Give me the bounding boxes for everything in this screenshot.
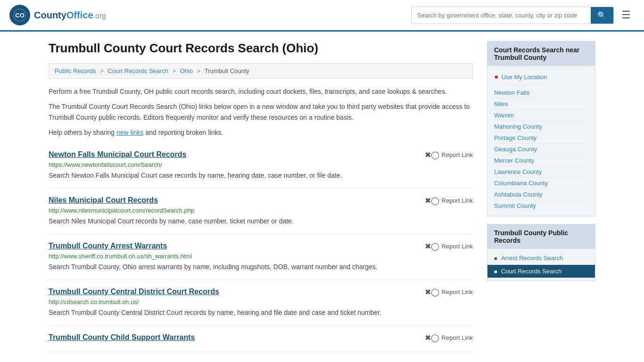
logo-area: CO CountyOffice.org	[9, 5, 106, 25]
public-records-section: Trumbull County Public Records ■ Arrest …	[487, 224, 595, 281]
sidebar-public-records-link[interactable]: ■ Arrest Records Search	[487, 252, 595, 265]
breadcrumb-current: Trumbull County	[205, 67, 249, 74]
record-title[interactable]: Newton Falls Municipal Court Records	[49, 150, 186, 159]
record-url[interactable]: http://www.sheriff.co.trumbull.oh.us/sh_…	[49, 253, 473, 260]
record-header: Newton Falls Municipal Court Records ✖◯ …	[49, 150, 473, 159]
nearby-section: Court Records Search near Trumbull Count…	[487, 41, 595, 216]
record-header: Trumbull County Central District Court R…	[49, 288, 473, 296]
record-title[interactable]: Trumbull County Arrest Warrants	[49, 242, 167, 250]
record-title[interactable]: Trumbull County Central District Court R…	[49, 288, 219, 296]
nearby-title: Court Records Search near Trumbull Count…	[487, 41, 595, 66]
public-records-title: Trumbull County Public Records	[487, 224, 595, 249]
record-url[interactable]: http://cdsearch.co.trumbull.oh.us/	[49, 298, 473, 305]
menu-button[interactable]: ☰	[618, 7, 635, 23]
record-header: Niles Municipal Court Records ✖◯ Report …	[49, 196, 473, 205]
use-location-label: Use My Location	[502, 74, 547, 81]
sidebar: Court Records Search near Trumbull Count…	[487, 41, 595, 352]
breadcrumb-sep-2: >	[173, 67, 176, 74]
record-desc: Search Trumbull County Central District …	[49, 308, 473, 318]
public-records-links: ■ Arrest Records Search■ Court Records S…	[487, 252, 595, 278]
description-3: Help others by sharing new links and rep…	[49, 127, 473, 138]
sidebar-nearby-link[interactable]: Warren	[494, 110, 588, 121]
main-container: Trumbull County Court Records Search (Oh…	[39, 32, 605, 362]
sidebar-nearby-link[interactable]: Mercer County	[494, 155, 588, 166]
sidebar-nearby-link[interactable]: Columbiana County	[494, 178, 588, 189]
sidebar-nearby-link[interactable]: Lawrence County	[494, 166, 588, 178]
report-icon: ✖◯	[425, 196, 439, 205]
record-url[interactable]: http://www.nilesmunicipalcourt.com/recor…	[49, 207, 473, 214]
record-desc: Search Niles Municipal Court records by …	[49, 216, 473, 226]
public-records-body: ■ Arrest Records Search■ Court Records S…	[487, 249, 595, 280]
sidebar-nearby-link[interactable]: Summit County	[494, 200, 588, 211]
record-item: Trumbull County Child Support Warrants ✖…	[49, 326, 473, 352]
header: CO CountyOffice.org 🔍 ☰	[0, 0, 644, 32]
report-link[interactable]: ✖◯ Report Link	[425, 242, 473, 251]
breadcrumb-sep-1: >	[100, 67, 104, 74]
link-icon: ■	[494, 269, 497, 274]
link-icon: ■	[494, 255, 497, 261]
breadcrumb-court-records[interactable]: Court Records Search	[107, 67, 168, 74]
location-icon: ●	[494, 73, 499, 81]
search-input[interactable]	[412, 7, 591, 24]
record-url[interactable]: https://www.newtonfallscourt.com/Search/	[49, 161, 473, 168]
sidebar-public-records-link[interactable]: ■ Court Records Search	[487, 265, 595, 278]
records-list: Newton Falls Municipal Court Records ✖◯ …	[49, 143, 473, 352]
use-location[interactable]: ● Use My Location	[494, 71, 588, 85]
nearby-body: ● Use My Location Newton FallsNilesWarre…	[487, 66, 595, 216]
nearby-links: Newton FallsNilesWarrenMahoning CountyPo…	[494, 87, 588, 211]
content-area: Trumbull County Court Records Search (Oh…	[49, 41, 473, 352]
report-link[interactable]: ✖◯ Report Link	[425, 150, 473, 159]
record-header: Trumbull County Child Support Warrants ✖…	[49, 333, 473, 342]
report-icon: ✖◯	[425, 333, 439, 342]
description-3-pre: Help others by sharing	[49, 129, 116, 136]
page-title: Trumbull County Court Records Search (Oh…	[49, 41, 473, 56]
report-icon: ✖◯	[425, 150, 439, 159]
breadcrumb: Public Records > Court Records Search > …	[49, 63, 473, 79]
report-link[interactable]: ✖◯ Report Link	[425, 333, 473, 342]
svg-text:CO: CO	[15, 12, 25, 19]
description-1: Perform a free Trumbull County, OH publi…	[49, 86, 473, 97]
report-link[interactable]: ✖◯ Report Link	[425, 288, 473, 296]
description-2: The Trumbull County Court Records Search…	[49, 101, 473, 123]
record-item: Niles Municipal Court Records ✖◯ Report …	[49, 189, 473, 234]
record-item: Trumbull County Central District Court R…	[49, 280, 473, 326]
breadcrumb-public-records[interactable]: Public Records	[55, 67, 96, 74]
sidebar-nearby-link[interactable]: Mahoning County	[494, 121, 588, 132]
report-icon: ✖◯	[425, 288, 439, 296]
search-area: 🔍 ☰	[411, 7, 635, 24]
new-links-link[interactable]: new links	[116, 129, 144, 136]
search-button[interactable]: 🔍	[591, 7, 613, 24]
sidebar-nearby-link[interactable]: Portage County	[494, 132, 588, 144]
logo-text: CountyOffice.org	[34, 10, 106, 21]
record-title[interactable]: Trumbull County Child Support Warrants	[49, 333, 195, 342]
sidebar-nearby-link[interactable]: Newton Falls	[494, 87, 588, 99]
description-3-post: and reporting broken links.	[144, 129, 223, 136]
record-desc: Search Trumbull County, Ohio arrest warr…	[49, 262, 473, 272]
breadcrumb-sep-3: >	[197, 67, 201, 74]
record-title[interactable]: Niles Municipal Court Records	[49, 196, 158, 205]
report-icon: ✖◯	[425, 242, 439, 251]
sidebar-nearby-link[interactable]: Geauga County	[494, 144, 588, 155]
search-box: 🔍	[411, 7, 614, 24]
record-header: Trumbull County Arrest Warrants ✖◯ Repor…	[49, 242, 473, 251]
report-link[interactable]: ✖◯ Report Link	[425, 196, 473, 205]
breadcrumb-ohio[interactable]: Ohio	[180, 67, 193, 74]
record-desc: Search Newton Falls Municipal Court case…	[49, 171, 473, 181]
logo-icon: CO	[9, 5, 30, 25]
sidebar-nearby-link[interactable]: Niles	[494, 99, 588, 110]
record-item: Trumbull County Arrest Warrants ✖◯ Repor…	[49, 234, 473, 280]
record-item: Newton Falls Municipal Court Records ✖◯ …	[49, 143, 473, 189]
sidebar-nearby-link[interactable]: Ashtabula County	[494, 189, 588, 200]
